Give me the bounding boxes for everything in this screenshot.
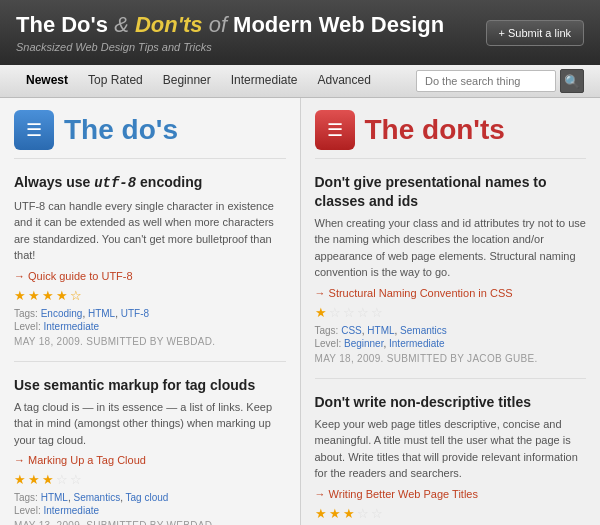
star-5: ☆ [371,305,383,320]
search-input[interactable] [416,70,556,92]
article-donts-1-level: Level: Beginner, Intermediate [315,338,587,349]
dos-column-header: ☰ The do's [14,110,286,159]
site-title: The Do's & Don'ts of Modern Web Design [16,12,444,38]
submit-link-button[interactable]: + Submit a link [486,20,584,46]
star-4: ☆ [56,472,68,487]
donts-icon-symbol: ☰ [327,119,343,141]
article-dos-1-body: UTF-8 can handle every single character … [14,198,286,264]
search-area: 🔍 [416,69,584,93]
donts-column: ☰ The don'ts Don't give presentational n… [301,98,601,525]
article-dos-1-stars: ★ ★ ★ ★ ☆ [14,288,286,303]
article-dos-2-submitted: MAY 13, 2009. SUBMITTED BY WEBDAD. [14,520,286,525]
level-intermediate[interactable]: Intermediate [43,321,99,332]
nav-intermediate[interactable]: Intermediate [221,65,308,97]
donts-title: The don'ts [365,114,505,146]
article-donts-1-body: When creating your class and id attribut… [315,215,587,281]
star-2: ★ [329,506,341,521]
article-donts-1: Don't give presentational names to class… [315,173,587,378]
tag-html[interactable]: HTML [88,308,115,319]
star-3: ★ [343,506,355,521]
article-donts-1-tags: Tags: CSS, HTML, Semantics [315,325,587,336]
star-2: ☆ [329,305,341,320]
title-donts: Don'ts [135,12,203,37]
header-branding: The Do's & Don'ts of Modern Web Design S… [16,12,444,53]
article-donts-2-title: Don't write non-descriptive titles [315,393,587,411]
star-3: ★ [42,288,54,303]
nav-beginner[interactable]: Beginner [153,65,221,97]
nav-advanced[interactable]: Advanced [307,65,380,97]
tag-html3[interactable]: HTML [367,325,394,336]
dos-title: The do's [64,114,178,146]
article-dos-2-tags: Tags: HTML, Semantics, Tag cloud [14,492,286,503]
article-dos-1: Always use utf‑8 encoding UTF-8 can hand… [14,173,286,361]
article-dos-1-link[interactable]: Quick guide to UTF-8 [14,270,286,282]
site-subtitle: Snacksized Web Design Tips and Tricks [16,41,444,53]
nav-top-rated[interactable]: Top Rated [78,65,153,97]
article-donts-2-link[interactable]: Writing Better Web Page Titles [315,488,587,500]
tag-utf8[interactable]: UTF-8 [121,308,149,319]
star-5: ☆ [371,506,383,521]
tag-html2[interactable]: HTML [41,492,68,503]
search-button[interactable]: 🔍 [560,69,584,93]
donts-column-header: ☰ The don'ts [315,110,587,159]
navigation-bar: Newest Top Rated Beginner Intermediate A… [0,65,600,98]
star-3: ★ [42,472,54,487]
star-5: ☆ [70,288,82,303]
star-5: ☆ [70,472,82,487]
star-2: ★ [28,472,40,487]
nav-newest[interactable]: Newest [16,65,78,97]
article-donts-2-stars: ★ ★ ★ ☆ ☆ [315,506,587,521]
article-dos-1-title: Always use utf‑8 encoding [14,173,286,192]
article-dos-2-title: Use semantic markup for tag clouds [14,376,286,394]
star-4: ★ [56,288,68,303]
star-3: ☆ [343,305,355,320]
article-dos-2-level: Level: Intermediate [14,505,286,516]
title-main: Modern Web Design [233,12,444,37]
article-dos-1-tags: Tags: Encoding, HTML, UTF-8 [14,308,286,319]
star-4: ☆ [357,305,369,320]
level-intermediate3[interactable]: Intermediate [389,338,445,349]
article-donts-2: Don't write non-descriptive titles Keep … [315,393,587,525]
tag-tagcloud[interactable]: Tag cloud [126,492,169,503]
star-4: ☆ [357,506,369,521]
level-intermediate2[interactable]: Intermediate [43,505,99,516]
article-dos-1-submitted: MAY 18, 2009. SUBMITTED BY WEBDAD. [14,336,286,347]
tag-semantics[interactable]: Semantics [73,492,120,503]
dos-column: ☰ The do's Always use utf‑8 encoding UTF… [0,98,301,525]
article-dos-2-link[interactable]: Marking Up a Tag Cloud [14,454,286,466]
article-donts-1-title: Don't give presentational names to class… [315,173,587,209]
site-header: The Do's & Don'ts of Modern Web Design S… [0,0,600,65]
dos-icon: ☰ [14,110,54,150]
article-dos-2-stars: ★ ★ ★ ☆ ☆ [14,472,286,487]
article-donts-1-stars: ★ ☆ ☆ ☆ ☆ [315,305,587,320]
article-dos-1-level: Level: Intermediate [14,321,286,332]
title-dos: The Do's [16,12,108,37]
star-1: ★ [315,305,327,320]
dos-icon-symbol: ☰ [26,119,42,141]
title-ampersand: & [114,12,135,37]
article-dos-2: Use semantic markup for tag clouds A tag… [14,376,286,525]
article-donts-2-body: Keep your web page titles descriptive, c… [315,416,587,482]
star-1: ★ [14,288,26,303]
tag-semantics2[interactable]: Semantics [400,325,447,336]
star-2: ★ [28,288,40,303]
article-dos-2-body: A tag cloud is — in its essence — a list… [14,399,286,449]
article-donts-1-submitted: MAY 18, 2009. SUBMITTED BY JACOB GUBE. [315,353,587,364]
article-donts-1-link[interactable]: Structural Naming Convention in CSS [315,287,587,299]
level-beginner[interactable]: Beginner [344,338,383,349]
title-of: of [209,12,233,37]
nav-links: Newest Top Rated Beginner Intermediate A… [16,65,381,97]
tag-css[interactable]: CSS [341,325,362,336]
main-content: ☰ The do's Always use utf‑8 encoding UTF… [0,98,600,525]
donts-icon: ☰ [315,110,355,150]
star-1: ★ [315,506,327,521]
tag-encoding[interactable]: Encoding [41,308,83,319]
star-1: ★ [14,472,26,487]
